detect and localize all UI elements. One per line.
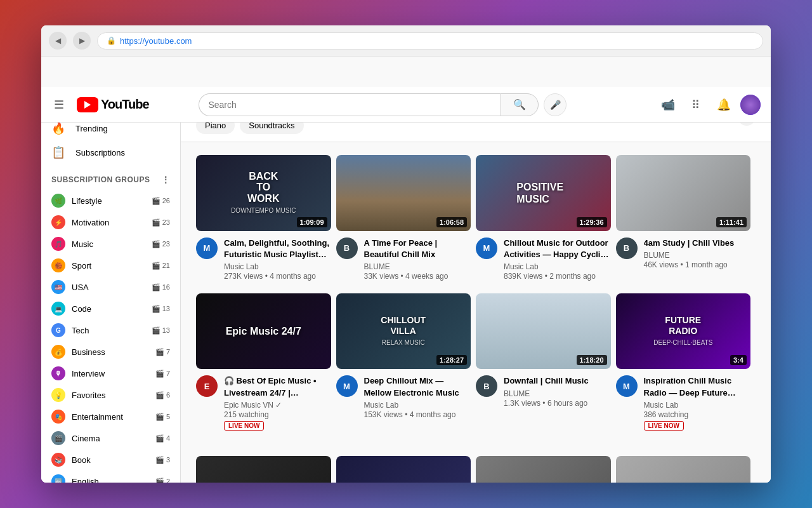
- video-thumbnail: POSITIVEMUSIC 1:29:36: [476, 155, 611, 231]
- group-count: 🎬21: [152, 262, 170, 270]
- back-button[interactable]: ◀: [49, 32, 67, 50]
- group-count: 🎬13: [152, 326, 170, 335]
- group-count: 🎬6: [155, 391, 170, 399]
- main-content: AllChill-out musicLo-fi musicAmbient Mus…: [181, 92, 771, 483]
- mic-button[interactable]: 🎤: [544, 93, 566, 116]
- video-card[interactable]: Epic Music 24/7 E 🎧 Best Of Epic Music •…: [196, 293, 336, 443]
- group-label: Cinema: [72, 434, 100, 443]
- partial-thumbnail: [616, 456, 751, 483]
- video-meta: 839K views • 2 months ago: [504, 272, 611, 281]
- video-info: M Inspiration Chill Music Radio — Deep F…: [616, 375, 751, 430]
- group-dot: 💻: [51, 302, 65, 316]
- group-label: Entertainment: [72, 412, 123, 422]
- video-channel: BLUME: [644, 251, 751, 260]
- partial-video-card[interactable]: [476, 456, 616, 483]
- film-icon: 🎬: [155, 456, 164, 464]
- sidebar-group-favorites[interactable]: 💡 Favorites 🎬6: [41, 384, 180, 406]
- group-dot: 🎵: [51, 237, 65, 251]
- sidebar-group-usa[interactable]: 🇺🇸 USA 🎬16: [41, 276, 180, 298]
- partial-video-card[interactable]: STUDY: [336, 456, 476, 483]
- search-container: 🔍 🎤: [199, 93, 566, 116]
- header-actions: 📹 ⠿ 🔔: [657, 93, 761, 116]
- yt-header: ☰ YouTube 🔍 🎤 📹 ⠿ 🔔: [41, 87, 771, 123]
- notifications-button[interactable]: 🔔: [712, 93, 735, 116]
- sidebar-group-motivation[interactable]: ⚡ Motivation 🎬23: [41, 211, 180, 233]
- partial-row: STUDY: [181, 456, 771, 483]
- group-count: 🎬2: [155, 478, 170, 483]
- group-count: 🎬23: [152, 218, 170, 227]
- hamburger-button[interactable]: ☰: [51, 95, 67, 114]
- partial-thumbnail: [196, 456, 331, 483]
- avatar-button[interactable]: [740, 95, 761, 115]
- sidebar-group-english[interactable]: 🔤 English 🎬2: [41, 471, 180, 483]
- video-meta: 1.3K views • 6 hours ago: [504, 399, 611, 408]
- group-label: Code: [72, 304, 91, 314]
- group-label: English: [72, 477, 99, 483]
- video-card[interactable]: 1:18:20 B Downfall | Chill Music BLUME 1…: [476, 293, 616, 443]
- channel-avatar: E: [196, 375, 218, 397]
- video-duration: 1:29:36: [577, 217, 607, 227]
- group-label: Motivation: [72, 218, 109, 227]
- partial-video-card[interactable]: [616, 456, 756, 483]
- video-details: 🎧 Best Of Epic Music • Livestream 24/7 |…: [224, 375, 331, 430]
- partial-video-card[interactable]: [196, 456, 336, 483]
- group-count: 🎬7: [155, 348, 170, 356]
- group-dot: 🌿: [51, 194, 65, 208]
- search-button[interactable]: 🔍: [501, 93, 539, 116]
- film-icon: 🎬: [152, 326, 160, 335]
- video-title: Inspiration Chill Music Radio — Deep Fut…: [644, 375, 751, 398]
- sidebar-group-book[interactable]: 📚 Book 🎬3: [41, 449, 180, 471]
- video-duration: 1:06:58: [436, 217, 467, 227]
- video-channel: Music Lab: [364, 401, 471, 410]
- group-dot: 💡: [51, 388, 65, 402]
- sidebar-item-subscriptions[interactable]: 📋 Subscriptions: [41, 140, 180, 164]
- video-thumbnail: FUTURERADIODEEP·CHILL·BEATS 3:4: [616, 293, 751, 370]
- video-card[interactable]: 1:06:58 B A Time For Peace | Beautiful C…: [336, 155, 476, 293]
- group-dot: 🏀: [51, 258, 65, 272]
- forward-button[interactable]: ▶: [73, 32, 91, 50]
- trending-icon: 🔥: [51, 121, 65, 135]
- film-icon: 🎬: [155, 370, 164, 378]
- sidebar-group-business[interactable]: 💰 Business 🎬7: [41, 341, 180, 363]
- group-label: Lifestyle: [72, 196, 102, 206]
- sidebar-group-interview[interactable]: 🎙 Interview 🎬7: [41, 363, 180, 384]
- sidebar-group-sport[interactable]: 🏀 Sport 🎬21: [41, 255, 180, 276]
- search-input[interactable]: [199, 93, 501, 116]
- video-title: Deep Chillout Mix — Mellow Electronic Mu…: [364, 375, 471, 398]
- film-icon: 🎬: [152, 218, 160, 227]
- yt-logo[interactable]: YouTube: [77, 97, 149, 112]
- video-card[interactable]: POSITIVEMUSIC 1:29:36 M Chillout Music f…: [476, 155, 616, 293]
- group-dot: ⚡: [51, 215, 65, 229]
- sidebar-group-music[interactable]: 🎵 Music 🎬23: [41, 233, 180, 255]
- video-card[interactable]: CHILLOUTVILLARELAX MUSIC 1:28:27 M Deep …: [336, 293, 476, 443]
- video-channel: BLUME: [364, 262, 471, 271]
- group-label: Business: [72, 347, 105, 357]
- sidebar-group-entertainment[interactable]: 🎭 Entertainment 🎬5: [41, 406, 180, 427]
- sidebar-group-tech[interactable]: G Tech 🎬13: [41, 319, 180, 341]
- section-options-button[interactable]: ⋮: [161, 175, 171, 185]
- create-button[interactable]: 📹: [657, 93, 679, 116]
- video-thumbnail: 1:06:58: [336, 155, 471, 231]
- sidebar-group-lifestyle[interactable]: 🌿 Lifestyle 🎬26: [41, 190, 180, 211]
- sidebar-group-code[interactable]: 💻 Code 🎬13: [41, 298, 180, 319]
- partial-thumbnail: STUDY: [336, 456, 471, 483]
- video-card[interactable]: BACKTOWORKDOWNTEMPO MUSIC 1:09:09 M Calm…: [196, 155, 336, 293]
- apps-button[interactable]: ⠿: [684, 93, 707, 116]
- video-info: M Chillout Music for Outdoor Activities …: [476, 237, 611, 281]
- group-count: 🎬16: [152, 283, 170, 291]
- channel-avatar: M: [616, 375, 638, 397]
- sidebar-group-cinema[interactable]: 🎬 Cinema 🎬4: [41, 427, 180, 449]
- video-card[interactable]: FUTURERADIODEEP·CHILL·BEATS 3:4 M Inspir…: [616, 293, 756, 443]
- video-thumbnail: BACKTOWORKDOWNTEMPO MUSIC 1:09:09: [196, 155, 331, 231]
- video-meta: 46K views • 1 month ago: [644, 260, 751, 269]
- film-icon: 🎬: [152, 240, 160, 248]
- video-title: Downfall | Chill Music: [504, 375, 611, 387]
- video-info: B Downfall | Chill Music BLUME 1.3K view…: [476, 375, 611, 407]
- video-card[interactable]: 1:11:41 B 4am Study | Chill Vibes BLUME …: [616, 155, 756, 293]
- group-count: 🎬23: [152, 240, 170, 248]
- group-label: USA: [72, 283, 89, 292]
- video-details: Calm, Delightful, Soothing, Futuristic M…: [224, 237, 331, 281]
- url-bar[interactable]: 🔒 https://youtube.com: [97, 32, 763, 50]
- video-meta: 33K views • 4 weeks ago: [364, 272, 471, 281]
- group-dot: 💰: [51, 345, 65, 359]
